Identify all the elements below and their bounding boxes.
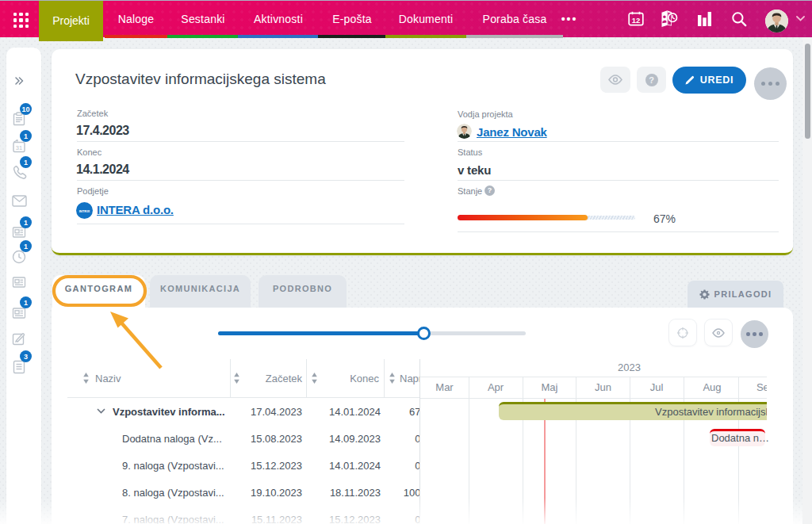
svg-text:INTRIX: INTRIX [79,209,90,213]
svg-text:12: 12 [632,16,641,25]
svg-text:31: 31 [16,144,22,151]
